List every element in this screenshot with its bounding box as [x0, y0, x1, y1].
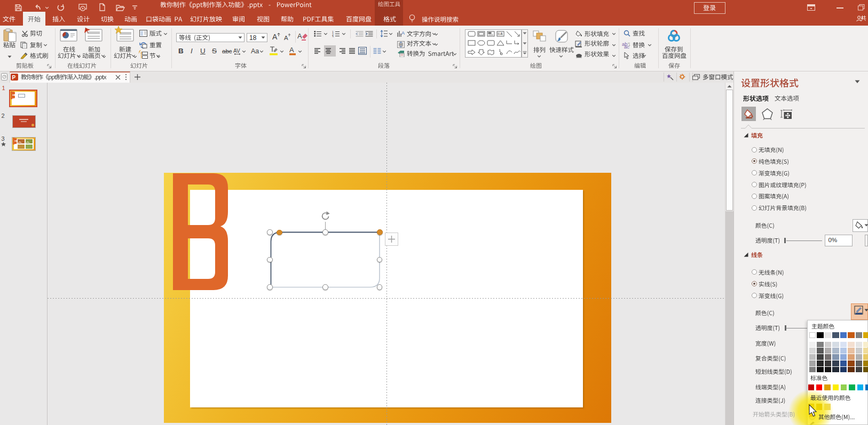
svg-text:A: A — [284, 35, 288, 41]
svg-text:P: P — [12, 75, 16, 81]
svg-text:A: A — [401, 30, 405, 36]
svg-text:A: A — [272, 33, 278, 41]
svg-text:A: A — [289, 46, 294, 54]
svg-text:A: A — [500, 32, 503, 36]
svg-text:3: 3 — [332, 35, 334, 38]
svg-text:AV: AV — [233, 48, 240, 54]
svg-text:A: A — [297, 32, 302, 40]
